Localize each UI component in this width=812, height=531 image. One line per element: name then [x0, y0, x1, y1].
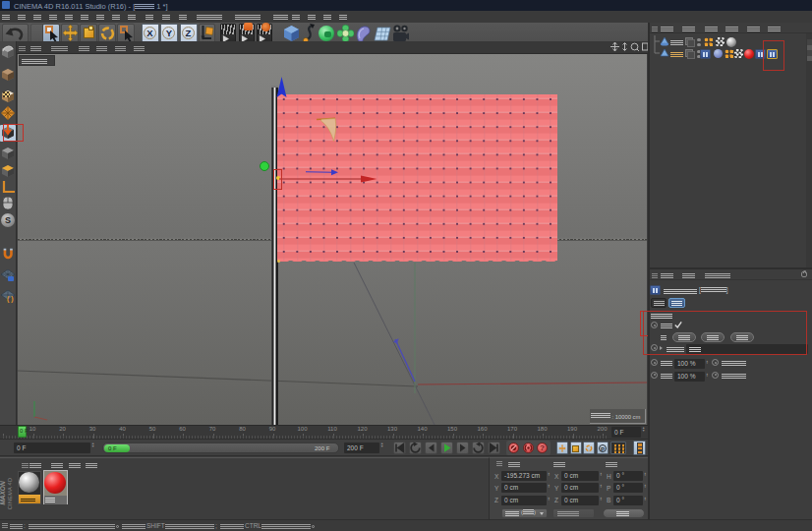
svg-text:?: ?: [540, 443, 545, 452]
